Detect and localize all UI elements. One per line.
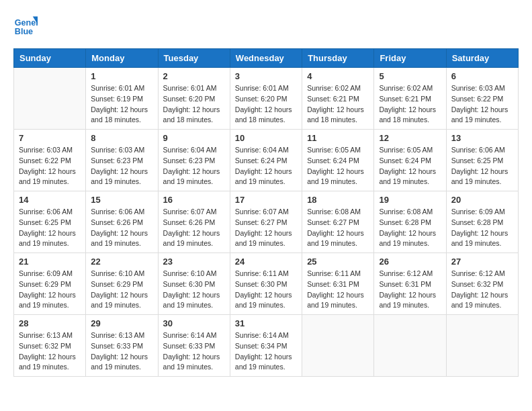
- day-number: 15: [91, 195, 152, 205]
- day-info: Sunrise: 6:01 AMSunset: 6:19 PMDaylight:…: [91, 83, 152, 126]
- calendar-cell: 10Sunrise: 6:04 AMSunset: 6:24 PMDayligh…: [230, 130, 302, 191]
- day-number: 6: [451, 71, 513, 81]
- day-number: 16: [163, 195, 225, 205]
- header: General Blue: [13, 13, 519, 38]
- day-info: Sunrise: 6:02 AMSunset: 6:21 PMDaylight:…: [379, 83, 441, 126]
- week-row-2: 7Sunrise: 6:03 AMSunset: 6:22 PMDaylight…: [14, 130, 519, 191]
- calendar-cell: 21Sunrise: 6:09 AMSunset: 6:29 PMDayligh…: [14, 253, 86, 315]
- calendar-cell: 25Sunrise: 6:11 AMSunset: 6:31 PMDayligh…: [302, 253, 374, 315]
- day-info: Sunrise: 6:03 AMSunset: 6:22 PMDaylight:…: [19, 145, 81, 187]
- day-info: Sunrise: 6:06 AMSunset: 6:25 PMDaylight:…: [19, 207, 81, 249]
- calendar-cell: 3Sunrise: 6:01 AMSunset: 6:20 PMDaylight…: [230, 68, 302, 130]
- day-number: 28: [19, 318, 81, 328]
- day-info: Sunrise: 6:06 AMSunset: 6:26 PMDaylight:…: [91, 207, 152, 249]
- calendar-cell: 24Sunrise: 6:11 AMSunset: 6:30 PMDayligh…: [230, 253, 302, 315]
- calendar-cell: 5Sunrise: 6:02 AMSunset: 6:21 PMDaylight…: [374, 68, 446, 130]
- day-info: Sunrise: 6:09 AMSunset: 6:28 PMDaylight:…: [451, 207, 513, 249]
- day-info: Sunrise: 6:04 AMSunset: 6:24 PMDaylight:…: [235, 145, 297, 187]
- calendar-cell: 7Sunrise: 6:03 AMSunset: 6:22 PMDaylight…: [14, 130, 86, 191]
- day-info: Sunrise: 6:08 AMSunset: 6:28 PMDaylight:…: [379, 207, 441, 249]
- day-info: Sunrise: 6:12 AMSunset: 6:32 PMDaylight:…: [451, 269, 513, 311]
- calendar-cell: 15Sunrise: 6:06 AMSunset: 6:26 PMDayligh…: [86, 191, 158, 253]
- day-number: 19: [379, 195, 441, 205]
- header-sunday: Sunday: [14, 49, 86, 68]
- calendar-cell: 22Sunrise: 6:10 AMSunset: 6:29 PMDayligh…: [86, 253, 158, 315]
- week-row-4: 21Sunrise: 6:09 AMSunset: 6:29 PMDayligh…: [14, 253, 519, 315]
- day-info: Sunrise: 6:10 AMSunset: 6:30 PMDaylight:…: [163, 269, 225, 311]
- week-row-3: 14Sunrise: 6:06 AMSunset: 6:25 PMDayligh…: [14, 191, 519, 253]
- calendar-cell: [14, 68, 86, 130]
- day-info: Sunrise: 6:11 AMSunset: 6:30 PMDaylight:…: [235, 269, 297, 311]
- day-info: Sunrise: 6:07 AMSunset: 6:26 PMDaylight:…: [163, 207, 225, 249]
- calendar-cell: 26Sunrise: 6:12 AMSunset: 6:31 PMDayligh…: [374, 253, 446, 315]
- day-number: 7: [19, 133, 81, 143]
- day-number: 4: [307, 71, 369, 81]
- day-info: Sunrise: 6:01 AMSunset: 6:20 PMDaylight:…: [163, 83, 225, 126]
- day-number: 22: [91, 257, 152, 267]
- day-info: Sunrise: 6:03 AMSunset: 6:23 PMDaylight:…: [91, 145, 152, 187]
- week-row-1: 1Sunrise: 6:01 AMSunset: 6:19 PMDaylight…: [14, 68, 519, 130]
- day-info: Sunrise: 6:05 AMSunset: 6:24 PMDaylight:…: [307, 145, 369, 187]
- day-number: 12: [379, 133, 441, 143]
- header-friday: Friday: [374, 49, 446, 68]
- day-number: 24: [235, 257, 297, 267]
- calendar-cell: 6Sunrise: 6:03 AMSunset: 6:22 PMDaylight…: [446, 68, 518, 130]
- day-info: Sunrise: 6:06 AMSunset: 6:25 PMDaylight:…: [451, 145, 513, 187]
- day-number: 13: [451, 133, 513, 143]
- day-number: 26: [379, 257, 441, 267]
- calendar-cell: 16Sunrise: 6:07 AMSunset: 6:26 PMDayligh…: [158, 191, 230, 253]
- day-info: Sunrise: 6:13 AMSunset: 6:33 PMDaylight:…: [91, 330, 152, 373]
- calendar-cell: 27Sunrise: 6:12 AMSunset: 6:32 PMDayligh…: [446, 253, 518, 315]
- day-number: 17: [235, 195, 297, 205]
- calendar-cell: 14Sunrise: 6:06 AMSunset: 6:25 PMDayligh…: [14, 191, 86, 253]
- day-number: 3: [235, 71, 297, 81]
- calendar-cell: 2Sunrise: 6:01 AMSunset: 6:20 PMDaylight…: [158, 68, 230, 130]
- day-info: Sunrise: 6:01 AMSunset: 6:20 PMDaylight:…: [235, 83, 297, 126]
- logo-icon: General Blue: [13, 13, 38, 38]
- calendar-cell: 23Sunrise: 6:10 AMSunset: 6:30 PMDayligh…: [158, 253, 230, 315]
- day-info: Sunrise: 6:14 AMSunset: 6:33 PMDaylight:…: [163, 330, 225, 373]
- calendar-cell: 29Sunrise: 6:13 AMSunset: 6:33 PMDayligh…: [86, 315, 158, 377]
- calendar-cell: 12Sunrise: 6:05 AMSunset: 6:24 PMDayligh…: [374, 130, 446, 191]
- svg-text:Blue: Blue: [15, 27, 33, 36]
- calendar-cell: 8Sunrise: 6:03 AMSunset: 6:23 PMDaylight…: [86, 130, 158, 191]
- day-info: Sunrise: 6:14 AMSunset: 6:34 PMDaylight:…: [235, 330, 297, 373]
- day-info: Sunrise: 6:10 AMSunset: 6:29 PMDaylight:…: [91, 269, 152, 311]
- header-tuesday: Tuesday: [158, 49, 230, 68]
- day-number: 18: [307, 195, 369, 205]
- day-number: 20: [451, 195, 513, 205]
- day-number: 1: [91, 71, 152, 81]
- header-saturday: Saturday: [446, 49, 518, 68]
- day-info: Sunrise: 6:09 AMSunset: 6:29 PMDaylight:…: [19, 269, 81, 311]
- calendar-cell: 13Sunrise: 6:06 AMSunset: 6:25 PMDayligh…: [446, 130, 518, 191]
- calendar-header-row: SundayMondayTuesdayWednesdayThursdayFrid…: [14, 49, 519, 68]
- calendar-cell: 19Sunrise: 6:08 AMSunset: 6:28 PMDayligh…: [374, 191, 446, 253]
- day-number: 5: [379, 71, 441, 81]
- day-number: 27: [451, 257, 513, 267]
- day-number: 31: [235, 318, 297, 328]
- calendar-cell: 20Sunrise: 6:09 AMSunset: 6:28 PMDayligh…: [446, 191, 518, 253]
- logo: General Blue: [13, 13, 39, 38]
- calendar-cell: 17Sunrise: 6:07 AMSunset: 6:27 PMDayligh…: [230, 191, 302, 253]
- calendar: SundayMondayTuesdayWednesdayThursdayFrid…: [13, 48, 519, 377]
- day-number: 14: [19, 195, 81, 205]
- calendar-cell: 31Sunrise: 6:14 AMSunset: 6:34 PMDayligh…: [230, 315, 302, 377]
- day-number: 23: [163, 257, 225, 267]
- calendar-cell: 30Sunrise: 6:14 AMSunset: 6:33 PMDayligh…: [158, 315, 230, 377]
- day-number: 10: [235, 133, 297, 143]
- header-wednesday: Wednesday: [230, 49, 302, 68]
- day-number: 29: [91, 318, 152, 328]
- calendar-cell: [374, 315, 446, 377]
- day-number: 11: [307, 133, 369, 143]
- day-info: Sunrise: 6:05 AMSunset: 6:24 PMDaylight:…: [379, 145, 441, 187]
- day-info: Sunrise: 6:12 AMSunset: 6:31 PMDaylight:…: [379, 269, 441, 311]
- calendar-cell: 9Sunrise: 6:04 AMSunset: 6:23 PMDaylight…: [158, 130, 230, 191]
- calendar-cell: 11Sunrise: 6:05 AMSunset: 6:24 PMDayligh…: [302, 130, 374, 191]
- day-info: Sunrise: 6:04 AMSunset: 6:23 PMDaylight:…: [163, 145, 225, 187]
- day-info: Sunrise: 6:07 AMSunset: 6:27 PMDaylight:…: [235, 207, 297, 249]
- day-info: Sunrise: 6:02 AMSunset: 6:21 PMDaylight:…: [307, 83, 369, 126]
- day-number: 25: [307, 257, 369, 267]
- day-number: 30: [163, 318, 225, 328]
- week-row-5: 28Sunrise: 6:13 AMSunset: 6:32 PMDayligh…: [14, 315, 519, 377]
- day-number: 21: [19, 257, 81, 267]
